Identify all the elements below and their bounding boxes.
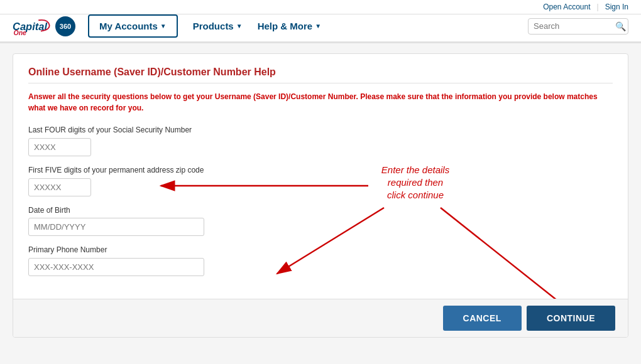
phone-label: Primary Phone Number: [28, 245, 217, 255]
help-more-arrow-icon: ▼: [315, 23, 321, 29]
form-description: Answer all the security questions below …: [28, 91, 613, 114]
products-arrow-icon: ▼: [236, 23, 243, 29]
svg-text:click continue: click continue: [387, 190, 444, 200]
header-main: Capital One 360 My Accounts ▼ Products ▼…: [0, 14, 641, 43]
search-icon: 🔍: [615, 21, 626, 31]
zipcode-input[interactable]: [28, 178, 91, 196]
cancel-button[interactable]: CANCEL: [443, 306, 522, 331]
continue-button[interactable]: CONTINUE: [527, 306, 615, 331]
phone-field-group: Primary Phone Number: [28, 245, 217, 276]
dob-input[interactable]: [28, 218, 204, 236]
zipcode-label: First FIVE digits of your permanent addr…: [28, 165, 217, 176]
my-accounts-arrow-icon: ▼: [160, 23, 167, 29]
form-fields: Last FOUR digits of your Social Security…: [28, 125, 217, 276]
buttons-bar: CANCEL CONTINUE: [13, 299, 628, 337]
search-area: 🔍: [528, 18, 628, 35]
nav-area: My Accounts ▼ Products ▼ Help & More ▼: [88, 14, 528, 38]
logo-360-badge: 360: [55, 16, 75, 36]
header-top: Open Account | Sign In: [0, 0, 641, 14]
form-title: Online Username (Saver ID)/Customer Numb…: [28, 67, 613, 83]
svg-text:Enter the details: Enter the details: [381, 164, 450, 175]
form-card: Online Username (Saver ID)/Customer Numb…: [13, 53, 628, 338]
ssn-label: Last FOUR digits of your Social Security…: [28, 125, 217, 136]
sign-in-link[interactable]: Sign In: [605, 3, 628, 11]
svg-line-6: [277, 208, 384, 274]
products-nav[interactable]: Products ▼: [185, 16, 250, 36]
help-more-nav[interactable]: Help & More ▼: [250, 16, 329, 36]
svg-text:One: One: [14, 28, 27, 36]
search-box[interactable]: 🔍: [528, 18, 628, 35]
zipcode-field-group: First FIVE digits of your permanent addr…: [28, 165, 217, 196]
dob-field-group: Date of Birth: [28, 205, 217, 237]
dob-label: Date of Birth: [28, 205, 217, 216]
open-account-link[interactable]: Open Account: [543, 3, 590, 11]
ssn-input[interactable]: [28, 138, 91, 156]
logo-icon: Capital One: [13, 16, 50, 36]
ssn-field-group: Last FOUR digits of your Social Security…: [28, 125, 217, 156]
search-input[interactable]: [534, 21, 615, 31]
header-top-links: Open Account | Sign In: [13, 0, 628, 14]
svg-text:required then: required then: [388, 177, 443, 188]
main-content: Online Username (Saver ID)/Customer Numb…: [0, 43, 641, 348]
my-accounts-nav[interactable]: My Accounts ▼: [88, 14, 178, 38]
phone-input[interactable]: [28, 258, 204, 276]
logo-area: Capital One 360: [13, 16, 75, 36]
